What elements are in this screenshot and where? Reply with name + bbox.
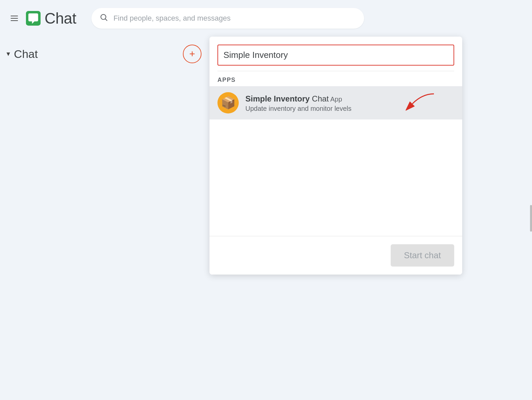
scrollbar-hint [530,205,532,232]
app-logo: Chat [26,9,76,27]
apps-section-label: APPS [209,71,462,86]
result-badge: App [329,96,342,103]
chevron-down-icon: ▼ [5,51,11,58]
new-chat-search-input[interactable] [217,45,454,66]
sidebar-chat-label: Chat [14,48,38,61]
new-chat-dropdown: APPS 📦 Simple Inventory Chat App Update … [209,37,462,275]
search-placeholder-text: Find people, spaces, and messages [113,14,230,23]
chat-logo-icon [26,11,41,26]
content-area: APPS 📦 Simple Inventory Chat App Update … [209,37,532,400]
dropdown-spacer [209,119,462,236]
add-chat-button[interactable]: + [183,45,201,63]
result-name-suffix: Chat [310,94,329,103]
red-arrow-annotation [406,92,436,113]
hamburger-menu[interactable] [8,13,21,24]
dropdown-footer: Start chat [209,236,462,275]
sidebar: ▼ Chat + [0,37,209,400]
main-content: ▼ Chat + APPS 📦 Simple In [0,37,532,400]
start-chat-button[interactable]: Start chat [391,244,454,267]
plus-icon: + [189,48,195,60]
result-name-bold: Simple Inventory [245,94,310,103]
result-item-simple-inventory[interactable]: 📦 Simple Inventory Chat App Update inven… [209,86,462,119]
app-header: Chat Find people, spaces, and messages [0,0,532,37]
app-title: Chat [45,9,76,27]
chat-section-title-wrap: ▼ Chat [5,48,38,61]
svg-line-2 [105,19,107,21]
result-icon-package: 📦 [217,92,239,113]
chat-section-header[interactable]: ▼ Chat + [0,42,209,66]
search-icon [99,13,108,24]
search-bar[interactable]: Find people, spaces, and messages [91,8,364,29]
package-icon: 📦 [221,96,236,110]
